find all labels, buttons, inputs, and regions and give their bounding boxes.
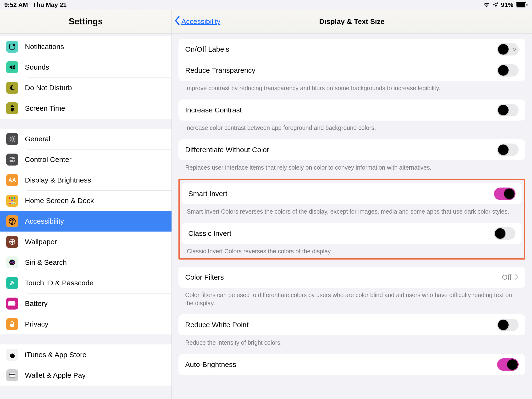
setting-label: Differentiate Without Color xyxy=(185,146,497,154)
status-time: 9:52 AM xyxy=(4,1,28,9)
back-button[interactable]: Accessibility xyxy=(172,16,220,27)
setting-label: Auto-Brightness xyxy=(185,361,497,369)
setting-footer: Color filters can be used to differentia… xyxy=(178,288,525,307)
svg-point-22 xyxy=(12,219,13,220)
sidebar-item-wallpaper[interactable]: Wallpaper xyxy=(0,232,171,252)
setting-value: Off xyxy=(502,273,511,281)
sidebar-item-label: Touch ID & Passcode xyxy=(25,279,94,287)
sidebar-item-homedock[interactable]: Home Screen & Dock xyxy=(0,190,171,211)
setting-footer: Smart Invert Colors reverses the colors … xyxy=(182,204,522,216)
svg-point-6 xyxy=(11,138,13,140)
controlcenter-icon xyxy=(6,154,18,165)
setting-reducetrans: Reduce Transparency xyxy=(178,60,525,81)
setting-diffcolor: Differentiate Without Color xyxy=(178,139,525,160)
setting-footer: Replaces user interface items that rely … xyxy=(178,160,525,172)
toggle[interactable] xyxy=(497,319,519,331)
highlight-box: Smart InvertSmart Invert Colors reverses… xyxy=(178,179,525,260)
toggle[interactable] xyxy=(494,188,515,200)
wallpaper-icon xyxy=(6,236,18,248)
svg-point-4 xyxy=(13,44,15,46)
setting-footer: Reduce the intensity of bright colors. xyxy=(178,335,525,347)
setting-whitepoint: Reduce White Point xyxy=(178,314,525,335)
privacy-icon xyxy=(6,318,18,330)
back-label: Accessibility xyxy=(181,18,220,25)
sidebar-item-controlcenter[interactable]: Control Center xyxy=(0,149,171,170)
sidebar-item-label: General xyxy=(25,135,51,143)
toggle[interactable] xyxy=(497,64,519,76)
setting-smartinvert: Smart Invert xyxy=(182,183,522,204)
general-icon xyxy=(6,133,18,145)
toggle[interactable] xyxy=(497,104,519,116)
detail-header: Accessibility Display & Text Size xyxy=(172,10,532,33)
toggle[interactable] xyxy=(497,358,519,371)
battery-icon xyxy=(6,298,18,310)
status-date: Thu May 21 xyxy=(33,1,67,9)
sidebar-item-label: Siri & Search xyxy=(25,258,67,266)
sidebar-item-label: Screen Time xyxy=(25,104,65,112)
toggle[interactable] xyxy=(497,144,519,156)
wifi-icon xyxy=(483,2,490,7)
sidebar-item-wallet[interactable]: Wallet & Apple Pay xyxy=(0,365,171,386)
sidebar-item-label: Do Not Disturb xyxy=(25,84,72,92)
toggle[interactable] xyxy=(494,227,515,240)
svg-rect-20 xyxy=(14,203,15,204)
svg-rect-2 xyxy=(526,4,527,6)
svg-rect-18 xyxy=(9,203,11,204)
sidebar-item-label: Control Center xyxy=(25,155,71,164)
setting-label: Color Filters xyxy=(185,273,502,281)
homedock-icon xyxy=(6,195,18,207)
sidebar-item-itunes[interactable]: iTunes & App Store xyxy=(0,344,171,365)
sidebar-item-label: Wallet & Apple Pay xyxy=(25,371,86,379)
status-bar: 9:52 AM Thu May 21 91% xyxy=(0,0,532,10)
svg-point-10 xyxy=(13,160,14,161)
setting-classicinvert: Classic Invert xyxy=(182,223,522,244)
sidebar-item-screentime[interactable]: Screen Time xyxy=(0,98,171,119)
svg-rect-19 xyxy=(12,203,13,204)
sidebar-item-accessibility[interactable]: Accessibility xyxy=(0,211,171,232)
sidebar-item-notifications[interactable]: Notifications xyxy=(0,36,171,57)
notifications-icon xyxy=(6,41,18,53)
sidebar-item-label: Notifications xyxy=(25,43,64,51)
svg-rect-28 xyxy=(16,303,16,304)
chevron-right-icon xyxy=(515,273,519,281)
setting-colorfilters[interactable]: Color FiltersOff xyxy=(178,267,525,288)
sidebar-item-label: Accessibility xyxy=(25,217,64,225)
sidebar-item-label: Battery xyxy=(25,299,48,308)
battery-icon xyxy=(516,2,528,8)
itunes-icon xyxy=(6,349,18,361)
touchid-icon xyxy=(6,277,18,289)
sidebar-item-battery[interactable]: Battery xyxy=(0,293,171,314)
sidebar-item-sounds[interactable]: Sounds xyxy=(0,57,171,77)
accessibility-icon xyxy=(6,215,18,227)
svg-rect-11 xyxy=(9,197,11,199)
svg-rect-13 xyxy=(14,197,15,199)
setting-label: Reduce Transparency xyxy=(185,66,497,74)
toggle[interactable] xyxy=(497,43,519,56)
detail-title: Display & Text Size xyxy=(172,18,532,25)
battery-percent: 91% xyxy=(501,1,513,9)
svg-rect-15 xyxy=(11,200,13,201)
svg-point-8 xyxy=(10,158,12,159)
sidebar-item-dnd[interactable]: Do Not Disturb xyxy=(0,77,171,98)
sidebar-item-siri[interactable]: Siri & Search xyxy=(0,252,171,273)
sidebar-item-privacy[interactable]: Privacy xyxy=(0,314,171,334)
siri-icon xyxy=(6,256,18,268)
sidebar-item-label: Display & Brightness xyxy=(25,176,91,184)
svg-rect-1 xyxy=(516,3,525,7)
sidebar-item-label: Home Screen & Dock xyxy=(25,197,94,205)
svg-rect-27 xyxy=(9,302,15,305)
svg-rect-29 xyxy=(10,324,14,327)
svg-rect-31 xyxy=(9,374,15,375)
detail-pane: Accessibility Display & Text Size On/Off… xyxy=(172,10,532,399)
sidebar-item-label: Privacy xyxy=(25,320,48,328)
sidebar-item-label: iTunes & App Store xyxy=(25,351,86,359)
setting-footer: Classic Invert Colors reverses the color… xyxy=(182,244,522,255)
svg-rect-16 xyxy=(14,200,15,201)
sidebar-item-touchid[interactable]: Touch ID & Passcode xyxy=(0,273,171,293)
chevron-left-icon xyxy=(174,16,180,27)
sidebar-item-general[interactable]: General xyxy=(0,129,171,149)
sidebar-item-display[interactable]: AADisplay & Brightness xyxy=(0,170,171,190)
setting-label: Reduce White Point xyxy=(185,321,497,329)
svg-rect-5 xyxy=(12,107,13,108)
wallet-icon xyxy=(6,369,18,381)
